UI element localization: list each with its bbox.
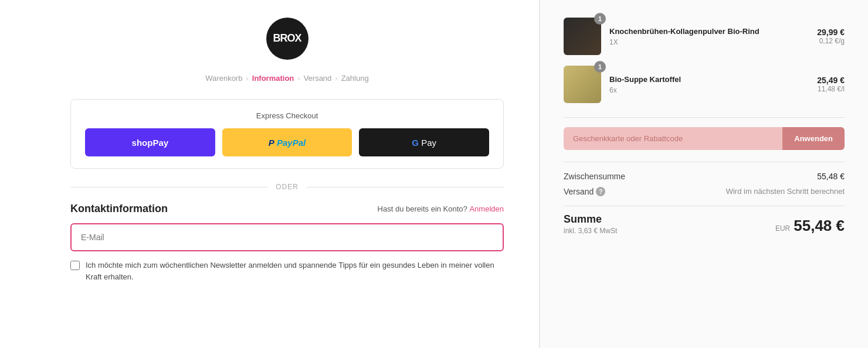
- shipping-row: Versand ? Wird im nächsten Schritt berec…: [564, 187, 845, 196]
- price-per: 11,48 €/l: [817, 85, 845, 93]
- total-row: Summe inkl. 3,63 € MwSt EUR 55,48 €: [564, 206, 845, 235]
- total-label-area: Summe inkl. 3,63 € MwSt: [564, 213, 617, 235]
- product-list: 1 Knochenbrühen-Kollagenpulver Bio-Rind …: [564, 18, 845, 103]
- total-value: 55,48 €: [794, 217, 845, 235]
- coupon-apply-button[interactable]: Anwenden: [782, 127, 845, 150]
- newsletter-row: Ich möchte mich zum wöchentlichen Newsle…: [70, 260, 504, 282]
- email-input-wrapper[interactable]: [70, 223, 504, 251]
- product-name: Bio-Suppe Kartoffel: [609, 74, 809, 85]
- newsletter-checkbox[interactable]: [70, 261, 80, 270]
- shipping-help-icon[interactable]: ?: [596, 187, 605, 196]
- price-main: 29,99 €: [817, 28, 845, 37]
- breadcrumb-versand[interactable]: Versand: [304, 74, 332, 83]
- product-details: Knochenbrühen-Kollagenpulver Bio-Rind 1X: [609, 26, 809, 46]
- product-image-broth: [564, 18, 601, 55]
- price-main: 25,49 €: [817, 76, 845, 85]
- product-item: 1 Bio-Suppe Kartoffel 6x 25,49 € 11,48 €…: [564, 66, 845, 103]
- login-prompt: Hast du bereits ein Konto? Anmelden: [378, 204, 504, 213]
- breadcrumb-sep-1: ›: [246, 74, 248, 83]
- total-label: Summe: [564, 213, 617, 226]
- product-details: Bio-Suppe Kartoffel 6x: [609, 74, 809, 94]
- email-input[interactable]: [81, 233, 493, 242]
- product-price: 29,99 € 0,12 €/g: [817, 28, 845, 45]
- breadcrumb-sep-3: ›: [335, 74, 337, 83]
- product-item: 1 Knochenbrühen-Kollagenpulver Bio-Rind …: [564, 18, 845, 55]
- product-qty: 1X: [609, 38, 809, 46]
- contact-section-header: Kontaktinformation Hast du bereits ein K…: [70, 203, 504, 215]
- product-badge: 1: [594, 13, 606, 25]
- breadcrumb-information[interactable]: Information: [252, 74, 294, 83]
- paypal-button[interactable]: P PayPal: [222, 128, 352, 156]
- breadcrumb-zahlung[interactable]: Zahlung: [341, 74, 369, 83]
- product-price: 25,49 € 11,48 €/l: [817, 76, 845, 93]
- total-amount: EUR 55,48 €: [775, 217, 845, 235]
- total-sublabel: inkl. 3,63 € MwSt: [564, 227, 617, 235]
- order-summary-panel: 1 Knochenbrühen-Kollagenpulver Bio-Rind …: [540, 0, 868, 348]
- contact-title: Kontaktinformation: [70, 203, 168, 215]
- coupon-row: Anwenden: [564, 127, 845, 150]
- payment-buttons: shopPay P PayPal G Pay: [85, 128, 489, 156]
- subtotal-label: Zwischensumme: [564, 172, 625, 181]
- product-image-wrapper: 1: [564, 18, 601, 55]
- subtotal-row: Zwischensumme 55,48 €: [564, 172, 845, 181]
- coupon-input[interactable]: [564, 127, 782, 150]
- shoppay-button[interactable]: shopPay: [85, 128, 215, 156]
- shipping-value: Wird im nächsten Schritt berechnet: [726, 187, 845, 196]
- gpay-button[interactable]: G Pay: [359, 128, 489, 156]
- express-checkout-title: Express Checkout: [85, 111, 489, 120]
- breadcrumb-sep-2: ›: [297, 74, 300, 83]
- product-image-soup: [564, 66, 601, 103]
- product-image-wrapper: 1: [564, 66, 601, 103]
- breadcrumb-warenkorb[interactable]: Warenkorb: [205, 74, 242, 83]
- product-badge: 1: [594, 61, 606, 73]
- product-qty: 6x: [609, 86, 809, 94]
- product-name: Knochenbrühen-Kollagenpulver Bio-Rind: [609, 26, 809, 37]
- or-divider: ODER: [70, 183, 504, 191]
- breadcrumb: Warenkorb › Information › Versand › Zahl…: [70, 74, 504, 83]
- summary-rows: Zwischensumme 55,48 € Versand ? Wird im …: [564, 172, 845, 196]
- newsletter-text: Ich möchte mich zum wöchentlichen Newsle…: [86, 260, 504, 282]
- logo-area: BR OX: [70, 18, 504, 60]
- total-currency: EUR: [775, 224, 790, 233]
- shipping-label: Versand ?: [564, 187, 605, 196]
- brand-logo: BR OX: [266, 18, 308, 60]
- checkout-form-panel: BR OX Warenkorb › Information › Versand …: [0, 0, 540, 348]
- login-link[interactable]: Anmelden: [469, 204, 504, 213]
- divider: [564, 162, 845, 162]
- subtotal-value: 55,48 €: [817, 172, 845, 181]
- price-per: 0,12 €/g: [817, 37, 845, 45]
- express-checkout-box: Express Checkout shopPay P PayPal G Pay: [70, 99, 504, 169]
- divider: [564, 117, 845, 118]
